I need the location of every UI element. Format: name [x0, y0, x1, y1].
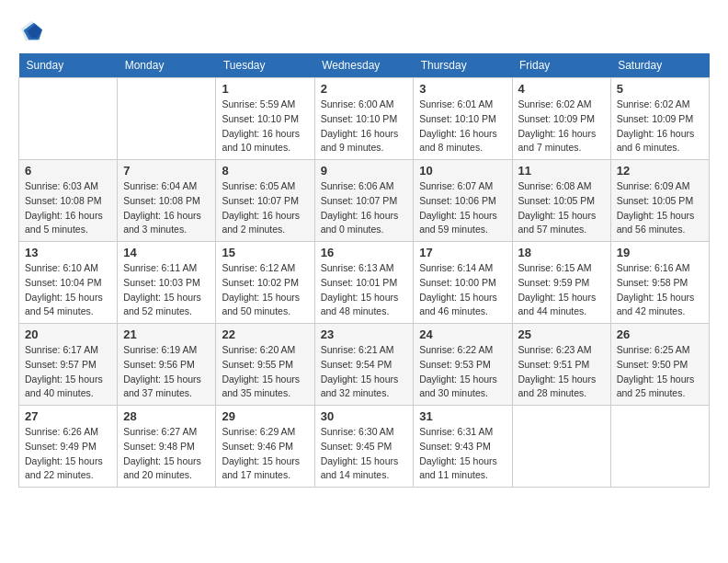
day-number: 17 — [419, 246, 506, 259]
day-number: 16 — [321, 246, 408, 259]
day-detail: Sunrise: 6:08 AMSunset: 10:05 PMDaylight… — [518, 179, 605, 237]
weekday-header: Thursday — [414, 53, 512, 78]
day-detail: Sunrise: 6:27 AMSunset: 9:48 PMDaylight:… — [123, 425, 210, 483]
day-detail: Sunrise: 6:23 AMSunset: 9:51 PMDaylight:… — [518, 343, 605, 401]
day-number: 18 — [518, 246, 605, 259]
day-number: 13 — [25, 246, 111, 259]
day-detail: Sunrise: 6:06 AMSunset: 10:07 PMDaylight… — [321, 179, 408, 237]
calendar-header-row: SundayMondayTuesdayWednesdayThursdayFrid… — [19, 53, 710, 78]
day-number: 11 — [518, 164, 605, 178]
calendar-cell — [118, 78, 216, 160]
calendar-cell — [512, 406, 610, 488]
calendar-week-row: 20Sunrise: 6:17 AMSunset: 9:57 PMDayligh… — [19, 324, 710, 406]
day-number: 6 — [25, 164, 111, 178]
calendar: SundayMondayTuesdayWednesdayThursdayFrid… — [18, 53, 710, 488]
calendar-cell: 28Sunrise: 6:27 AMSunset: 9:48 PMDayligh… — [118, 406, 216, 488]
calendar-cell: 9Sunrise: 6:06 AMSunset: 10:07 PMDayligh… — [314, 160, 414, 242]
day-detail: Sunrise: 6:13 AMSunset: 10:01 PMDaylight… — [321, 261, 408, 319]
calendar-cell: 30Sunrise: 6:30 AMSunset: 9:45 PMDayligh… — [314, 406, 414, 488]
day-number: 25 — [518, 327, 605, 341]
day-detail: Sunrise: 6:04 AMSunset: 10:08 PMDaylight… — [123, 179, 210, 237]
calendar-cell — [19, 78, 118, 160]
day-number: 30 — [321, 409, 408, 423]
calendar-cell: 2Sunrise: 6:00 AMSunset: 10:10 PMDayligh… — [314, 78, 414, 160]
calendar-cell: 21Sunrise: 6:19 AMSunset: 9:56 PMDayligh… — [118, 324, 216, 406]
weekday-header: Sunday — [19, 53, 118, 78]
calendar-cell: 18Sunrise: 6:15 AMSunset: 9:59 PMDayligh… — [512, 242, 610, 324]
day-number: 5 — [617, 82, 703, 96]
day-detail: Sunrise: 6:03 AMSunset: 10:08 PMDaylight… — [25, 179, 111, 237]
day-number: 26 — [617, 327, 703, 341]
calendar-week-row: 6Sunrise: 6:03 AMSunset: 10:08 PMDayligh… — [19, 160, 710, 242]
day-detail: Sunrise: 6:02 AMSunset: 10:09 PMDaylight… — [617, 98, 703, 155]
day-detail: Sunrise: 6:29 AMSunset: 9:46 PMDaylight:… — [222, 425, 308, 483]
calendar-cell: 4Sunrise: 6:02 AMSunset: 10:09 PMDayligh… — [512, 78, 610, 160]
day-detail: Sunrise: 6:12 AMSunset: 10:02 PMDaylight… — [222, 261, 308, 319]
calendar-week-row: 27Sunrise: 6:26 AMSunset: 9:49 PMDayligh… — [19, 406, 710, 488]
day-number: 21 — [123, 327, 210, 341]
day-detail: Sunrise: 6:21 AMSunset: 9:54 PMDaylight:… — [321, 343, 408, 401]
day-number: 7 — [123, 164, 210, 178]
day-detail: Sunrise: 6:17 AMSunset: 9:57 PMDaylight:… — [25, 343, 111, 401]
page-header — [18, 18, 710, 44]
day-detail: Sunrise: 5:59 AMSunset: 10:10 PMDaylight… — [222, 98, 308, 155]
day-detail: Sunrise: 6:15 AMSunset: 9:59 PMDaylight:… — [518, 261, 605, 319]
calendar-cell: 8Sunrise: 6:05 AMSunset: 10:07 PMDayligh… — [216, 160, 314, 242]
day-detail: Sunrise: 6:07 AMSunset: 10:06 PMDaylight… — [419, 179, 506, 237]
calendar-cell: 1Sunrise: 5:59 AMSunset: 10:10 PMDayligh… — [216, 78, 314, 160]
day-number: 29 — [222, 409, 308, 423]
day-number: 12 — [617, 164, 703, 178]
calendar-week-row: 13Sunrise: 6:10 AMSunset: 10:04 PMDaylig… — [19, 242, 710, 324]
calendar-cell: 15Sunrise: 6:12 AMSunset: 10:02 PMDaylig… — [216, 242, 314, 324]
day-detail: Sunrise: 6:00 AMSunset: 10:10 PMDaylight… — [321, 98, 408, 155]
day-detail: Sunrise: 6:22 AMSunset: 9:53 PMDaylight:… — [419, 343, 506, 401]
calendar-week-row: 1Sunrise: 5:59 AMSunset: 10:10 PMDayligh… — [19, 78, 710, 160]
day-detail: Sunrise: 6:16 AMSunset: 9:58 PMDaylight:… — [617, 261, 703, 319]
day-number: 9 — [321, 164, 408, 178]
day-detail: Sunrise: 6:14 AMSunset: 10:00 PMDaylight… — [419, 261, 506, 319]
day-number: 28 — [123, 409, 210, 423]
calendar-cell: 3Sunrise: 6:01 AMSunset: 10:10 PMDayligh… — [414, 78, 512, 160]
calendar-cell: 10Sunrise: 6:07 AMSunset: 10:06 PMDaylig… — [414, 160, 512, 242]
day-detail: Sunrise: 6:09 AMSunset: 10:05 PMDaylight… — [617, 179, 703, 237]
day-number: 4 — [518, 82, 605, 96]
logo — [18, 18, 48, 44]
calendar-cell: 17Sunrise: 6:14 AMSunset: 10:00 PMDaylig… — [414, 242, 512, 324]
logo-icon — [18, 18, 44, 44]
day-detail: Sunrise: 6:30 AMSunset: 9:45 PMDaylight:… — [321, 425, 408, 483]
day-detail: Sunrise: 6:19 AMSunset: 9:56 PMDaylight:… — [123, 343, 210, 401]
day-number: 3 — [419, 82, 506, 96]
calendar-cell: 31Sunrise: 6:31 AMSunset: 9:43 PMDayligh… — [414, 406, 512, 488]
weekday-header: Wednesday — [314, 53, 414, 78]
day-detail: Sunrise: 6:25 AMSunset: 9:50 PMDaylight:… — [617, 343, 703, 401]
calendar-cell: 5Sunrise: 6:02 AMSunset: 10:09 PMDayligh… — [610, 78, 709, 160]
calendar-cell: 11Sunrise: 6:08 AMSunset: 10:05 PMDaylig… — [512, 160, 610, 242]
day-number: 20 — [25, 327, 111, 341]
calendar-cell — [610, 406, 709, 488]
day-number: 2 — [321, 82, 408, 96]
day-number: 19 — [617, 246, 703, 259]
weekday-header: Tuesday — [216, 53, 314, 78]
day-number: 10 — [419, 164, 506, 178]
calendar-cell: 20Sunrise: 6:17 AMSunset: 9:57 PMDayligh… — [19, 324, 118, 406]
day-number: 24 — [419, 327, 506, 341]
weekday-header: Saturday — [610, 53, 709, 78]
weekday-header: Friday — [512, 53, 610, 78]
day-detail: Sunrise: 6:11 AMSunset: 10:03 PMDaylight… — [123, 261, 210, 319]
calendar-cell: 7Sunrise: 6:04 AMSunset: 10:08 PMDayligh… — [118, 160, 216, 242]
day-detail: Sunrise: 6:20 AMSunset: 9:55 PMDaylight:… — [222, 343, 308, 401]
day-number: 23 — [321, 327, 408, 341]
day-detail: Sunrise: 6:02 AMSunset: 10:09 PMDaylight… — [518, 98, 605, 155]
calendar-cell: 19Sunrise: 6:16 AMSunset: 9:58 PMDayligh… — [610, 242, 709, 324]
calendar-cell: 22Sunrise: 6:20 AMSunset: 9:55 PMDayligh… — [216, 324, 314, 406]
calendar-cell: 26Sunrise: 6:25 AMSunset: 9:50 PMDayligh… — [610, 324, 709, 406]
day-detail: Sunrise: 6:26 AMSunset: 9:49 PMDaylight:… — [25, 425, 111, 483]
day-number: 27 — [25, 409, 111, 423]
calendar-cell: 14Sunrise: 6:11 AMSunset: 10:03 PMDaylig… — [118, 242, 216, 324]
calendar-cell: 12Sunrise: 6:09 AMSunset: 10:05 PMDaylig… — [610, 160, 709, 242]
weekday-header: Monday — [118, 53, 216, 78]
calendar-cell: 13Sunrise: 6:10 AMSunset: 10:04 PMDaylig… — [19, 242, 118, 324]
day-number: 8 — [222, 164, 308, 178]
calendar-cell: 23Sunrise: 6:21 AMSunset: 9:54 PMDayligh… — [314, 324, 414, 406]
day-detail: Sunrise: 6:05 AMSunset: 10:07 PMDaylight… — [222, 179, 308, 237]
